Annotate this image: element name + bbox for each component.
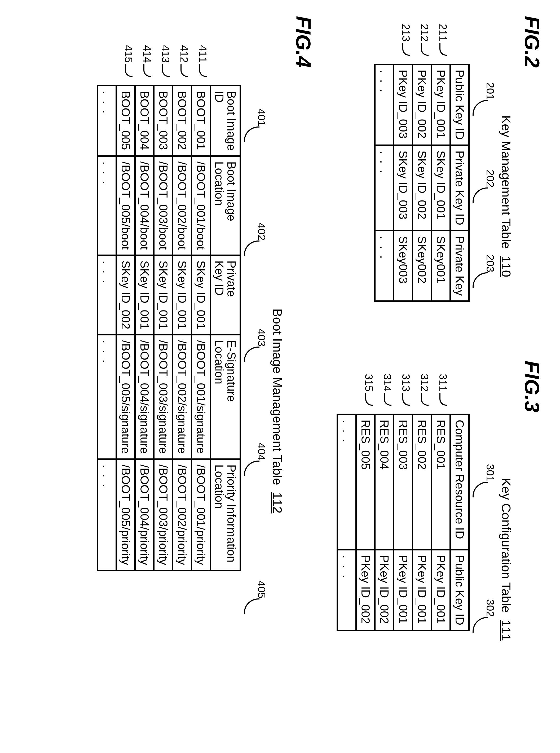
fig3-row-312: 312 — [419, 374, 431, 406]
cell: RES_004 — [375, 414, 394, 550]
fig2-h0: Public Key ID — [450, 64, 469, 145]
dots: . . . — [337, 414, 356, 550]
cell: PKey ID_001 — [432, 64, 450, 145]
cell: PKey ID_002 — [375, 550, 394, 631]
fig3-title: Key Configuration Table 111 — [499, 414, 513, 705]
cell: SKey ID_002 — [116, 255, 135, 335]
cell: SKey002 — [413, 231, 432, 301]
fig3-label: FIG.3 — [520, 361, 544, 705]
fig3-table: Computer Resource ID Public Key ID RES_0… — [337, 414, 469, 631]
dots: . . . — [375, 64, 394, 145]
fig4-header-row: Boot ImageID Boot ImageLocation PrivateK… — [210, 86, 240, 571]
dots: . . . — [97, 156, 116, 255]
col-num: 202 — [484, 170, 496, 187]
fig3-row-314: 314 — [381, 374, 393, 406]
fig4-h0: Boot ImageID — [210, 86, 240, 156]
cell: /BOOT_004/priority — [135, 459, 154, 570]
col-num: 301 — [484, 464, 496, 482]
fig3-panel: FIG.3 Key Configuration Table 111 301 30… — [337, 361, 544, 705]
h-l1: Boot Image — [225, 91, 238, 151]
cell: RES_005 — [356, 414, 375, 550]
cell: PKey ID_002 — [356, 550, 375, 631]
table-row-dots: . . . . . . . . . . . . . . . — [97, 86, 116, 571]
cell: BOOT_001 — [191, 86, 210, 156]
cell: /BOOT_004/signature — [135, 335, 154, 459]
row-num: 411 — [197, 45, 208, 63]
h-l1: Boot Image — [225, 161, 238, 221]
cell: /BOOT_005/signature — [116, 335, 135, 459]
cell: PKey ID_003 — [394, 64, 413, 145]
row-num: 213 — [400, 24, 412, 42]
fig2-header-row: Public Key ID Private Key ID Private Key — [450, 64, 469, 301]
cell: BOOT_005 — [116, 86, 135, 156]
dots: . . . — [97, 86, 116, 156]
cell: /BOOT_005/priority — [116, 459, 135, 570]
fig4-title-ref: 112 — [270, 492, 284, 513]
fig4-row-413: 413 — [160, 45, 172, 77]
fig4-h4: Priority InformationLocation — [210, 459, 240, 570]
cell: /BOOT_001/signature — [191, 335, 210, 459]
table-row: RES_005PKey ID_002 — [356, 414, 375, 631]
row-num: 313 — [400, 374, 412, 392]
fig3-col-302: 302 — [473, 599, 496, 633]
row-num: 212 — [419, 24, 431, 42]
fig4-row-412: 412 — [178, 45, 190, 77]
col-num: 404 — [256, 443, 267, 460]
fig2-table: Public Key ID Private Key ID Private Key… — [374, 64, 469, 302]
h-l1: Private — [225, 261, 238, 297]
fig2-h1: Private Key ID — [450, 145, 469, 231]
fig3-row-311: 311 — [437, 374, 449, 406]
cell: /BOOT_004/boot — [135, 156, 154, 255]
fig4-h2: PrivateKey ID — [210, 255, 240, 335]
row-num: 414 — [141, 45, 153, 63]
table-row: BOOT_005 /BOOT_005/boot SKey ID_002 /BOO… — [116, 86, 135, 571]
fig4-col-402: 402 — [244, 223, 267, 256]
cell: RES_002 — [413, 414, 432, 550]
table-row-dots: . . . . . . — [337, 414, 356, 631]
cell: BOOT_003 — [154, 86, 173, 156]
table-row: PKey ID_003 SKey ID_003 SKey003 — [394, 64, 413, 301]
fig4-h3: E-SignatureLocation — [210, 335, 240, 459]
fig4-row-414: 414 — [141, 45, 153, 77]
fig3-h0: Computer Resource ID — [450, 414, 469, 550]
col-num: 201 — [484, 82, 496, 100]
fig4-col-405: 405 — [244, 581, 267, 614]
col-num: 402 — [256, 223, 267, 240]
fig3-header-row: Computer Resource ID Public Key ID — [450, 414, 469, 631]
cell: PKey ID_002 — [413, 64, 432, 145]
fig4-panel: FIG.4 Boot Image Management Table 112 40… — [97, 16, 315, 737]
cell: PKey ID_001 — [432, 550, 450, 631]
fig2-row-211: 211 — [437, 24, 449, 56]
row-num: 315 — [363, 374, 375, 392]
h-l2: ID — [213, 91, 226, 103]
fig2-row-213: 213 — [400, 24, 412, 56]
fig3-title-ref: 111 — [499, 620, 513, 641]
fig2-col-203: 203 — [473, 255, 496, 288]
top-row: FIG.2 Key Management Table 110 201 202 2… — [326, 0, 560, 753]
col-num: 203 — [484, 255, 496, 272]
dots: . . . — [97, 335, 116, 459]
fig3-row-315: 315 — [363, 374, 375, 406]
fig3-title-text: Key Configuration Table — [499, 478, 513, 613]
row-num: 413 — [160, 45, 172, 63]
cell: RES_003 — [394, 414, 413, 550]
table-row: RES_004PKey ID_002 — [375, 414, 394, 631]
col-num: 401 — [256, 109, 267, 126]
row-num: 412 — [178, 45, 190, 63]
col-num: 302 — [484, 599, 496, 617]
cell: /BOOT_003/signature — [154, 335, 173, 459]
fig2-title: Key Management Table 110 — [499, 64, 513, 329]
fig3-col-callouts: 301 302 — [469, 414, 496, 705]
fig2-panel: FIG.2 Key Management Table 110 201 202 2… — [337, 16, 544, 329]
fig4-row-415: 415 — [122, 45, 134, 77]
cell: SKey003 — [394, 231, 413, 301]
bottom-row: FIG.4 Boot Image Management Table 112 40… — [81, 0, 326, 753]
fig3-col-301: 301 — [473, 464, 496, 497]
table-row: PKey ID_002 SKey ID_002 SKey002 — [413, 64, 432, 301]
fig3-h1: Public Key ID — [450, 550, 469, 631]
fig2-col-callouts: 201 202 203 — [469, 64, 496, 329]
fig4-h1: Boot ImageLocation — [210, 156, 240, 255]
fig4-col-callouts: 401 402 403 404 405 — [241, 85, 267, 737]
cell: /BOOT_003/boot — [154, 156, 173, 255]
row-num: 415 — [123, 45, 134, 63]
